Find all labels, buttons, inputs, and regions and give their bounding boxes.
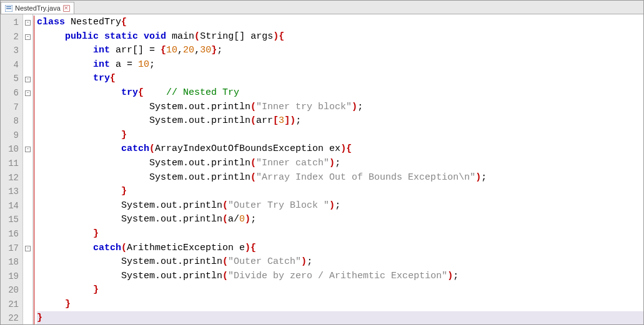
tab-label: NestedTry.java [15,4,61,12]
code-line: } [37,311,643,324]
line-number: 13 [1,185,22,199]
code-line: } [37,283,643,298]
line-number: 15 [1,213,22,227]
fold-cell: - [23,70,32,85]
line-number: 7 [1,100,22,115]
code-line: int arr[] = {10,20,30}; [37,44,643,58]
line-number: 20 [1,283,22,298]
fold-minus-icon[interactable]: - [25,34,31,40]
line-number: 21 [1,298,22,312]
fold-cell [23,226,32,240]
code-line: System.out.println("Array Index Out of B… [37,171,643,185]
code-line: int a = 10; [37,58,643,72]
code-line: } [37,129,643,143]
code-editor[interactable]: 12345678910111213141516171819202122 ----… [1,14,643,324]
code-line: System.out.println("Outer Try Block "); [37,199,643,213]
line-number: 6 [1,86,22,100]
code-line: class NestedTry{ [37,16,643,30]
java-file-icon [5,5,12,12]
close-icon[interactable]: ✕ [63,5,70,12]
fold-cell [23,296,32,311]
fold-cell [23,310,32,324]
line-number: 16 [1,227,22,241]
tab-bar: NestedTry.java ✕ [1,1,643,14]
line-number: 4 [1,58,22,72]
fold-cell [23,170,32,184]
fold-cell [23,113,32,127]
svg-rect-1 [6,6,11,7]
tab-nestedtry[interactable]: NestedTry.java ✕ [1,2,74,14]
fold-gutter: ------ [23,14,33,324]
fold-cell [23,155,32,170]
fold-minus-icon[interactable]: - [25,77,31,82]
line-number: 2 [1,30,22,44]
fold-minus-icon[interactable]: - [25,147,31,152]
fold-cell [23,268,32,283]
fold-cell: - [23,240,32,255]
fold-minus-icon[interactable]: - [25,20,31,26]
fold-cell [23,183,32,198]
code-line: System.out.println("Divide by zero / Ari… [37,269,643,284]
fold-cell [23,254,32,268]
line-number: 8 [1,114,22,129]
code-line: } [37,298,643,312]
line-number: 19 [1,269,22,284]
code-line: catch(ArithmeticException e){ [37,241,643,256]
code-line: } [37,227,643,241]
fold-cell [23,282,32,296]
line-number: 18 [1,255,22,269]
line-number: 14 [1,199,22,213]
fold-cell [23,211,32,226]
line-number: 9 [1,129,22,143]
line-number: 11 [1,157,22,171]
line-number: 10 [1,142,22,157]
code-area[interactable]: class NestedTry{ public static void main… [33,14,643,324]
editor-window: NestedTry.java ✕ 12345678910111213141516… [0,0,644,325]
code-line: public static void main(String[] args){ [37,30,643,44]
line-number: 17 [1,241,22,256]
line-number-gutter: 12345678910111213141516171819202122 [1,14,23,324]
line-number: 12 [1,171,22,185]
fold-cell: - [23,14,32,29]
code-line: System.out.println("Outer Catch"); [37,255,643,269]
svg-rect-2 [6,8,11,9]
code-line: try{ // Nested Try [37,86,643,100]
modified-marker [34,16,34,324]
code-line: System.out.println(arr[3]); [37,114,643,129]
code-line: System.out.println("Inner catch"); [37,157,643,171]
fold-cell [23,198,32,212]
fold-cell [23,127,32,142]
fold-cell [23,42,32,57]
fold-cell: - [23,29,32,43]
code-line: try{ [37,72,643,86]
fold-minus-icon[interactable]: - [25,90,31,96]
fold-cell [23,57,32,71]
code-line: System.out.println(a/0); [37,213,643,227]
code-line: } [37,185,643,199]
code-line: catch(ArrayIndexOutOfBoundsException ex)… [37,142,643,157]
fold-cell: - [23,85,32,99]
fold-cell: - [23,141,32,155]
fold-cell [23,99,32,114]
fold-minus-icon[interactable]: - [25,246,31,251]
line-number: 1 [1,16,22,30]
line-number: 22 [1,311,22,324]
line-number: 5 [1,72,22,86]
code-line: System.out.println("Inner try block"); [37,100,643,115]
line-number: 3 [1,44,22,58]
